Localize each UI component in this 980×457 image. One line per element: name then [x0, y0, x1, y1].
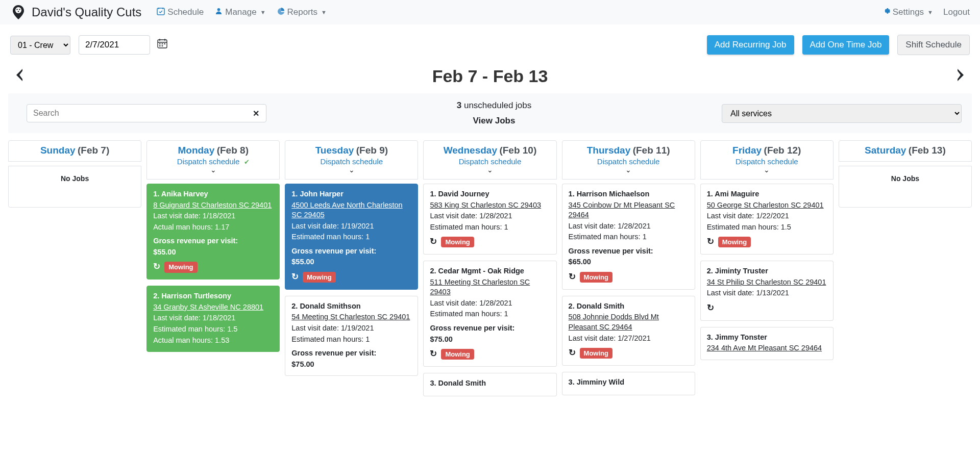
chevron-down-icon[interactable]: ⌄	[705, 166, 829, 174]
search-clear-icon[interactable]: ✕	[253, 109, 259, 118]
date-input[interactable]	[79, 35, 150, 55]
search-input[interactable]	[27, 104, 266, 122]
dispatch-schedule-link[interactable]: Dispatch schedule	[428, 157, 552, 166]
dispatch-schedule-link[interactable]: Dispatch schedule	[289, 157, 413, 166]
job-line: Last visit date: 1/19/2021	[291, 221, 411, 232]
recurring-icon[interactable]: ↻	[707, 236, 714, 248]
job-card[interactable]: 2. Cedar Mgmt - Oak Ridge511 Meeting St …	[423, 261, 556, 367]
job-card[interactable]: 2. Harrison Turtlesony34 Granby St Ashev…	[146, 286, 280, 352]
day-date: (Feb 12)	[764, 145, 801, 156]
nav-schedule[interactable]: Schedule	[157, 7, 204, 18]
day-name: Thursday	[587, 145, 631, 156]
day-date: (Feb 13)	[909, 145, 946, 156]
add-onetime-button[interactable]: Add One Time Job	[802, 35, 890, 55]
chevron-down-icon[interactable]: ⌄	[428, 166, 552, 174]
chevron-down-icon[interactable]: ⌄	[151, 166, 275, 174]
job-revenue-label: Gross revenue per visit:	[291, 246, 411, 257]
job-card[interactable]: 3. Jimminy Wild	[562, 372, 695, 395]
brand-logo-icon	[10, 4, 27, 20]
job-card[interactable]: 1. John Harper4500 Leeds Ave North Charl…	[285, 184, 418, 290]
prev-week-button[interactable]	[14, 66, 24, 86]
nav-reports[interactable]: Reports ▼	[277, 7, 327, 17]
nav-logout[interactable]: Logout	[943, 7, 970, 17]
job-title: 3. Jimminy Wild	[569, 377, 689, 388]
job-address[interactable]: 34 St Philip St Charleston SC 29401	[707, 277, 827, 288]
job-address[interactable]: 234 4th Ave Mt Pleasant SC 29464	[707, 343, 827, 353]
job-tag: Mowing	[580, 272, 612, 283]
job-footer: ↻Mowing	[569, 347, 689, 359]
job-card[interactable]: 1. Ami Maguire50 George St Charleston SC…	[700, 184, 834, 255]
job-card[interactable]: 2. Donald Smithson54 Meeting St Charlest…	[285, 296, 418, 376]
recurring-icon[interactable]: ↻	[707, 302, 714, 314]
svg-point-3	[18, 11, 19, 12]
recurring-icon[interactable]: ↻	[153, 261, 160, 273]
job-address[interactable]: 508 Johnnie Dodds Blvd Mt Pleasant SC 29…	[569, 312, 689, 332]
recurring-icon[interactable]: ↻	[430, 236, 437, 248]
brand[interactable]: David's Quality Cuts	[10, 4, 141, 20]
crew-select[interactable]: 01 - Crew	[10, 36, 70, 55]
dispatch-schedule-link[interactable]: Dispatch schedule	[567, 157, 691, 166]
job-line: Estimated man hours: 1	[291, 232, 411, 242]
day-column: Wednesday (Feb 10)Dispatch schedule⌄1. D…	[423, 140, 556, 402]
day-header: Wednesday (Feb 10)Dispatch schedule⌄	[423, 140, 556, 180]
day-header: Sunday (Feb 7)	[8, 140, 141, 162]
recurring-icon[interactable]: ↻	[569, 271, 576, 283]
dispatch-schedule-link[interactable]: Dispatch schedule	[705, 157, 829, 166]
job-address[interactable]: 511 Meeting St Charleston SC 29403	[430, 277, 550, 297]
day-name: Tuesday	[315, 145, 354, 156]
nav-manage-label: Manage	[225, 7, 256, 17]
dispatch-schedule-link[interactable]: Dispatch schedule ✔	[151, 157, 275, 166]
job-title: 2. Cedar Mgmt - Oak Ridge	[430, 266, 550, 276]
job-card[interactable]: 3. Jimmy Tonster234 4th Ave Mt Pleasant …	[700, 327, 834, 360]
job-card[interactable]: 2. Donald Smith508 Johnnie Dodds Blvd Mt…	[562, 296, 695, 366]
job-address[interactable]: 8 Guignard St Charleston SC 29401	[153, 200, 273, 211]
job-tag: Mowing	[164, 262, 197, 273]
day-header: Monday (Feb 8)Dispatch schedule ✔⌄	[146, 140, 280, 180]
day-column: Friday (Feb 12)Dispatch schedule⌄1. Ami …	[700, 140, 834, 366]
next-week-button[interactable]	[955, 66, 966, 86]
job-title: 2. Jiminty Truster	[707, 266, 827, 276]
job-card[interactable]: 1. David Journey583 King St Charleston S…	[423, 184, 556, 255]
chevron-down-icon[interactable]: ⌄	[289, 166, 413, 174]
add-recurring-button[interactable]: Add Recurring Job	[707, 35, 794, 55]
job-address[interactable]: 4500 Leeds Ave North Charleston SC 29405	[291, 200, 411, 220]
chevron-down-icon: ▼	[321, 9, 327, 15]
job-address[interactable]: 34 Granby St Asheville NC 28801	[153, 302, 273, 313]
day-body: No Jobs	[8, 162, 141, 208]
job-address[interactable]: 54 Meeting St Charleston SC 29401	[291, 312, 411, 322]
job-card[interactable]: 2. Jiminty Truster34 St Philip St Charle…	[700, 261, 834, 321]
job-card[interactable]: 1. Anika Harvey8 Guignard St Charleston …	[146, 184, 280, 280]
recurring-icon[interactable]: ↻	[430, 348, 437, 360]
shift-schedule-button[interactable]: Shift Schedule	[897, 35, 970, 55]
job-card[interactable]: 1. Harrison Michaelson345 Coinbow Dr Mt …	[562, 184, 695, 290]
job-card[interactable]: 3. Donald Smith	[423, 373, 556, 396]
recurring-icon[interactable]: ↻	[291, 271, 299, 283]
svg-rect-9	[164, 43, 165, 44]
job-tag: Mowing	[441, 237, 474, 248]
job-address[interactable]: 50 George St Charleston SC 29401	[707, 200, 827, 211]
no-jobs-label: No Jobs	[839, 166, 972, 208]
job-address[interactable]: 345 Coinbow Dr Mt Pleasant SC 29464	[569, 200, 689, 220]
day-column: Saturday (Feb 13)No Jobs	[839, 140, 972, 208]
nav-schedule-label: Schedule	[167, 7, 204, 17]
service-filter-select[interactable]: All services	[722, 104, 962, 123]
job-revenue-label: Gross revenue per visit:	[153, 236, 273, 246]
gear-icon	[883, 7, 890, 17]
nav-settings[interactable]: Settings ▼	[883, 7, 933, 17]
job-address[interactable]: 583 King St Charleston SC 29403	[430, 200, 550, 211]
recurring-icon[interactable]: ↻	[569, 347, 576, 359]
calendar-icon[interactable]	[157, 38, 167, 52]
day-name: Saturday	[865, 145, 906, 156]
day-name: Monday	[178, 145, 214, 156]
chevron-down-icon[interactable]: ⌄	[567, 166, 691, 174]
day-name: Friday	[732, 145, 762, 156]
day-column: Thursday (Feb 11)Dispatch schedule⌄1. Ha…	[562, 140, 695, 401]
job-footer: ↻Mowing	[430, 348, 550, 360]
job-revenue-value: $75.00	[291, 360, 411, 370]
nav-manage[interactable]: Manage ▼	[215, 7, 265, 17]
view-jobs-link[interactable]: View Jobs	[473, 116, 516, 126]
day-body: 1. Anika Harvey8 Guignard St Charleston …	[146, 180, 280, 352]
job-line: Estimated man hours: 1.5	[707, 222, 827, 233]
job-title: 3. Jimmy Tonster	[707, 333, 827, 343]
day-column: Monday (Feb 8)Dispatch schedule ✔⌄1. Ani…	[146, 140, 280, 358]
